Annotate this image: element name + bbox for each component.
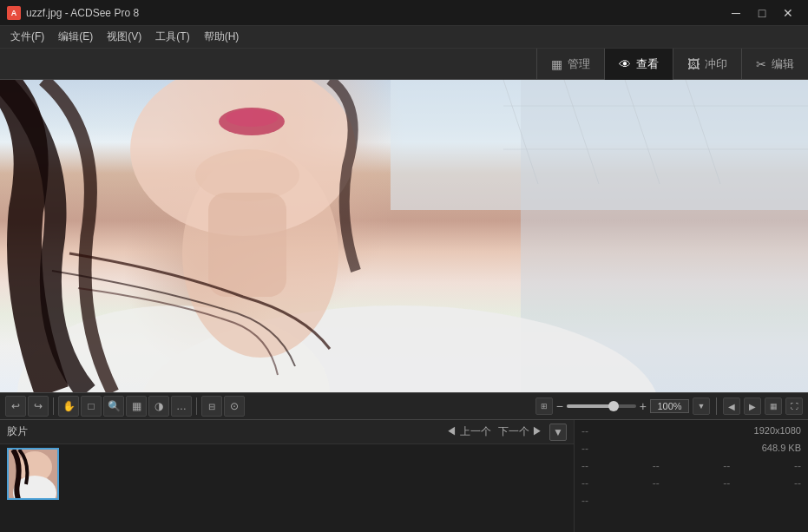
minimize-button[interactable]: ─ xyxy=(723,4,749,22)
filmstrip-dropdown-btn[interactable]: ▼ xyxy=(549,424,567,441)
menu-tools[interactable]: 工具(T) xyxy=(148,27,196,47)
filmstrip-nav: ◀ 上一个 下一个 ▶ ▼ xyxy=(446,424,567,441)
info-resolution: 1920x1080 xyxy=(754,425,801,437)
titlebar-left: A uzzf.jpg - ACDSee Pro 8 xyxy=(7,6,139,20)
tool-hand[interactable]: ✋ xyxy=(58,396,79,417)
tab-edit[interactable]: ✂ 编辑 xyxy=(741,49,808,80)
tab-print-label: 冲印 xyxy=(705,56,727,72)
separator-2 xyxy=(196,397,197,415)
tool-grid[interactable]: ▦ xyxy=(126,396,147,417)
svg-rect-15 xyxy=(208,193,286,297)
tab-manage[interactable]: ▦ 管理 xyxy=(536,49,604,80)
bottom-toolbar: ↩ ↪ ✋ □ 🔍 ▦ ◑ … ⊟ ⊙ ⊞ − + ▼ ◀ ▶ ▦ ⛶ xyxy=(0,392,808,420)
info-row-4: -- -- -- -- xyxy=(581,476,801,491)
tool-zoom[interactable]: 🔍 xyxy=(103,396,124,417)
main-image-area xyxy=(0,80,808,392)
lower-section: 胶片 ◀ 上一个 下一个 ▶ ▼ xyxy=(0,420,808,532)
tab-edit-label: 编辑 xyxy=(772,56,794,72)
tool-histogram[interactable]: ⊟ xyxy=(201,396,222,417)
menu-view[interactable]: 视图(V) xyxy=(100,27,148,47)
edit-icon: ✂ xyxy=(756,57,766,71)
zoom-minus-icon[interactable]: − xyxy=(556,399,563,413)
film-thumbnail[interactable] xyxy=(7,448,59,500)
app-icon: A xyxy=(7,6,21,20)
menu-file[interactable]: 文件(F) xyxy=(3,27,51,47)
info-row-3: -- -- -- -- xyxy=(581,458,801,474)
view-next-btn[interactable]: ▶ xyxy=(744,397,761,415)
tool-select[interactable]: □ xyxy=(81,396,102,417)
titlebar-controls: ─ □ ✕ xyxy=(723,4,801,22)
tab-view-label: 查看 xyxy=(636,56,659,72)
info-dash-3: -- xyxy=(581,443,588,455)
tool-undo[interactable]: ↩ xyxy=(5,396,26,417)
zoom-fit-btn[interactable]: ⊞ xyxy=(535,397,553,415)
tab-view[interactable]: 👁 查看 xyxy=(604,49,673,80)
svg-point-13 xyxy=(226,109,278,127)
thumb-svg xyxy=(9,450,59,500)
info-row-1: -- 1920x1080 xyxy=(581,424,801,439)
zoom-handle[interactable] xyxy=(608,401,619,411)
info-row-5: -- xyxy=(581,493,801,509)
photo-svg xyxy=(0,80,808,392)
tool-info[interactable]: ⊙ xyxy=(224,396,245,417)
zoom-area: ⊞ − + ▼ ◀ ▶ ▦ ⛶ xyxy=(535,397,803,415)
info-filesize: 648.9 KB xyxy=(762,443,801,455)
tab-manage-label: 管理 xyxy=(568,56,590,72)
filmstrip-label: 胶片 xyxy=(7,424,28,439)
thumbnail-image xyxy=(9,450,57,498)
manage-icon: ▦ xyxy=(551,57,562,71)
filmstrip-column: 胶片 ◀ 上一个 下一个 ▶ ▼ xyxy=(0,420,574,532)
prev-link[interactable]: ◀ 上一个 xyxy=(446,424,490,439)
info-row-2: -- 648.9 KB xyxy=(581,441,801,456)
print-icon: 🖼 xyxy=(687,57,700,71)
photo-canvas xyxy=(0,80,808,392)
filmstrip-header: 胶片 ◀ 上一个 下一个 ▶ ▼ xyxy=(0,420,574,444)
filmstrip-content xyxy=(0,444,574,503)
tab-print[interactable]: 🖼 冲印 xyxy=(673,49,741,80)
info-dash-1: -- xyxy=(581,425,588,437)
menubar: 文件(F) 编辑(E) 视图(V) 工具(T) 帮助(H) xyxy=(0,26,808,49)
next-link[interactable]: 下一个 ▶ xyxy=(498,424,542,439)
close-button[interactable]: ✕ xyxy=(775,4,801,22)
zoom-plus-icon[interactable]: + xyxy=(640,399,647,413)
zoom-input[interactable] xyxy=(650,399,689,413)
titlebar: A uzzf.jpg - ACDSee Pro 8 ─ □ ✕ xyxy=(0,0,808,26)
tool-color[interactable]: ◑ xyxy=(148,396,169,417)
toolbar: ▦ 管理 👁 查看 🖼 冲印 ✂ 编辑 xyxy=(0,49,808,80)
zoom-slider[interactable] xyxy=(567,404,636,408)
menu-edit[interactable]: 编辑(E) xyxy=(51,27,100,47)
zoom-dropdown[interactable]: ▼ xyxy=(693,397,710,415)
separator-1 xyxy=(53,397,54,415)
tool-more[interactable]: … xyxy=(171,396,192,417)
view-prev-btn[interactable]: ◀ xyxy=(723,397,740,415)
menu-help[interactable]: 帮助(H) xyxy=(197,27,246,47)
fullscreen-btn[interactable]: ⛶ xyxy=(785,397,803,415)
right-info-panel: -- 1920x1080 -- 648.9 KB -- -- -- -- -- … xyxy=(574,420,808,532)
view-icon: 👁 xyxy=(619,57,631,71)
view-grid-btn[interactable]: ▦ xyxy=(765,397,782,415)
window-title: uzzf.jpg - ACDSee Pro 8 xyxy=(26,7,139,19)
separator-3 xyxy=(716,397,717,415)
tool-redo[interactable]: ↪ xyxy=(28,396,49,417)
maximize-button[interactable]: □ xyxy=(749,4,775,22)
